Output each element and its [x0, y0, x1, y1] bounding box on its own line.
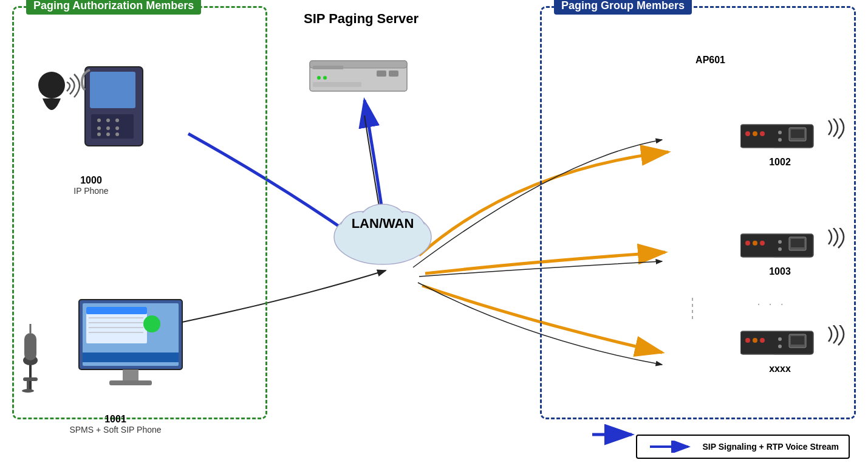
svg-point-73 [745, 338, 750, 343]
ip-phone-area: 1000 IP Phone [30, 36, 152, 196]
sound-waves-xxxx [822, 325, 856, 359]
svg-point-23 [115, 126, 119, 130]
svg-rect-68 [791, 239, 804, 247]
ip-phone-svg [30, 36, 152, 170]
svg-point-21 [97, 126, 101, 130]
device-1002-svg [740, 122, 819, 152]
device-xxxx-area: xxxx [740, 328, 819, 374]
diagram-container: Paging Authorization Members Paging Grou… [0, 0, 868, 471]
device-1002-number: 1002 [740, 157, 819, 168]
svg-rect-9 [389, 70, 398, 77]
device-xxxx-svg [740, 328, 819, 359]
cloud-label: LAN/WAN [352, 216, 414, 232]
ap601-label: AP601 [695, 55, 725, 66]
svg-point-66 [760, 241, 765, 246]
server-device-svg [298, 43, 419, 103]
svg-rect-59 [791, 129, 804, 138]
svg-point-64 [745, 241, 750, 246]
svg-point-20 [115, 119, 119, 122]
svg-point-31 [22, 389, 34, 393]
svg-point-10 [317, 76, 321, 80]
auth-box-label: Paging Authorization Members [26, 0, 201, 15]
svg-point-43 [143, 315, 160, 332]
svg-point-25 [106, 132, 110, 136]
svg-point-57 [760, 131, 765, 136]
svg-rect-32 [24, 333, 36, 360]
legend-box: SIP Signaling + RTP Voice Stream [636, 435, 850, 459]
ip-phone-label: IP Phone [30, 186, 152, 196]
device-1002-area: 1002 [740, 122, 819, 168]
svg-point-70 [778, 247, 782, 251]
ellipsis: · · · [757, 297, 786, 311]
device-1003-svg [740, 231, 819, 261]
sound-waves-1002 [822, 119, 856, 152]
svg-rect-8 [377, 70, 386, 77]
device-1003-area: 1003 [740, 231, 819, 277]
svg-point-18 [97, 119, 101, 122]
svg-rect-29 [23, 377, 38, 381]
ip-phone-number: 1000 [30, 175, 152, 186]
svg-rect-13 [313, 66, 343, 69]
svg-point-75 [760, 338, 765, 343]
device-xxxx-number: xxxx [740, 363, 819, 374]
svg-point-79 [778, 345, 782, 348]
spms-number: 1001 [18, 414, 213, 425]
svg-point-19 [106, 119, 110, 122]
group-box-label: Paging Group Members [554, 0, 692, 15]
svg-point-55 [745, 131, 750, 136]
svg-point-74 [753, 338, 757, 343]
svg-rect-16 [90, 72, 135, 108]
svg-rect-36 [83, 352, 179, 362]
spms-area: 1001 SPMS + Soft SIP Phone [18, 287, 213, 435]
sound-waves-1003 [822, 228, 856, 261]
svg-point-11 [323, 76, 327, 80]
svg-point-22 [106, 126, 110, 130]
svg-point-26 [115, 132, 119, 136]
svg-point-14 [38, 72, 65, 98]
svg-point-69 [778, 240, 782, 244]
spms-label: SPMS + Soft SIP Phone [18, 425, 213, 435]
svg-point-65 [753, 241, 757, 246]
spms-svg [18, 287, 213, 409]
svg-point-78 [778, 337, 782, 341]
legend-label: SIP Signaling + RTP Voice Stream [703, 442, 839, 452]
svg-point-56 [753, 131, 757, 136]
server-title: SIP Paging Server [304, 11, 419, 27]
svg-rect-45 [109, 380, 152, 385]
server-device [298, 43, 419, 106]
svg-point-60 [778, 131, 782, 134]
svg-rect-44 [123, 370, 138, 380]
svg-point-24 [97, 132, 101, 136]
legend-arrow-svg [647, 441, 695, 453]
svg-point-61 [778, 138, 782, 142]
svg-rect-38 [86, 307, 147, 314]
device-1003-number: 1003 [740, 266, 819, 277]
svg-rect-12 [313, 82, 361, 87]
cloud-area: LAN/WAN [322, 188, 443, 276]
svg-rect-77 [791, 336, 804, 345]
